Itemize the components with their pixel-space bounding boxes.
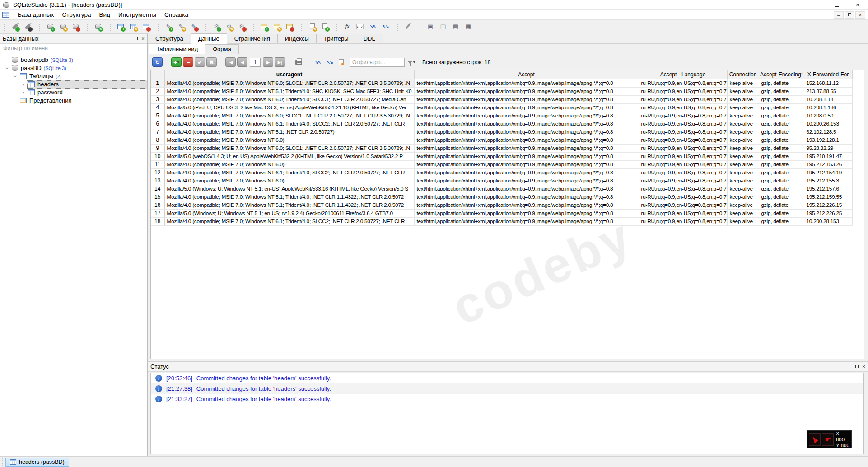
table-row[interactable]: 6Mozilla/4.0 (compatible; MSIE 7.0; Wind… <box>151 120 852 128</box>
new-index-icon[interactable]: ✎+ <box>163 22 174 32</box>
tab-ddl[interactable]: DDL <box>356 34 383 43</box>
cell-enc[interactable]: gzip, deflate <box>759 95 804 103</box>
cell-ua[interactable]: Mozilla/4.0 (compatible; MSIE 7.0; Windo… <box>164 160 414 168</box>
cell-lang[interactable]: ru-RU,ru;q=0.9,en-US;q=0.8,en;q=0.7 <box>639 217 727 225</box>
tab-constraints[interactable]: Ограничения <box>227 34 278 43</box>
edit-index-icon[interactable]: ✎✎ <box>176 22 187 32</box>
cell-enc[interactable]: gzip, deflate <box>759 79 804 87</box>
cell-ua[interactable]: Mozilla/4.0 (compatible; MSIE 7.0; Windo… <box>164 144 414 152</box>
previous-page-button[interactable]: ◀ <box>237 57 247 67</box>
import-data-icon[interactable]: + <box>319 22 330 32</box>
cell-enc[interactable]: gzip, deflate <box>759 185 804 193</box>
previous-window-icon[interactable]: ↘↖ <box>367 22 378 32</box>
menu-item-0[interactable]: База данных <box>14 10 58 20</box>
cell-xff[interactable]: 152.168.11.12 <box>804 79 852 87</box>
column-header-conn[interactable]: Connection <box>727 70 759 79</box>
table-row[interactable]: 1Mozilla/4.0 (compatible; MSIE 7.0; Wind… <box>151 79 852 87</box>
cell-xff[interactable]: 95.28.32.29 <box>804 144 852 152</box>
next-window-icon[interactable]: ↖↘ <box>380 22 391 32</box>
cell-xff[interactable]: 195.212.154.19 <box>804 168 852 177</box>
cell-lang[interactable]: ru-RU,ru;q=0.9,en-US;q=0.8,en;q=0.7 <box>639 103 727 112</box>
cell-ua[interactable]: Mozilla/4.0 (compatible; MSIE 7.0; Windo… <box>164 217 414 225</box>
drop-trigger-icon[interactable]: ⚙− <box>236 22 247 32</box>
cell-ua[interactable]: Mozilla/5.0 (Windows; U; Windows NT 5.1;… <box>164 185 414 193</box>
cell-accept[interactable]: text/html,application/xhtml+xml,applicat… <box>414 144 639 152</box>
float-status-icon[interactable] <box>855 365 859 368</box>
row-number-cell[interactable]: 7 <box>151 128 164 136</box>
menu-item-4[interactable]: Справка <box>160 10 192 20</box>
cell-ua[interactable]: Mozilla/4.0 (compatible; MSIE 7.0; Windo… <box>164 120 414 128</box>
tree-item-tables[interactable]: ›Таблицы(2) <box>0 72 147 80</box>
cell-conn[interactable]: keep-alive <box>727 79 759 87</box>
cell-ua[interactable]: Mozilla/4.0 (compatible; MSIE 7.0; Windo… <box>164 193 414 201</box>
mdi-tab-windows-icon[interactable]: ▣ <box>425 22 436 32</box>
disconnect-database-icon[interactable] <box>22 22 33 32</box>
mdi-minimize-button[interactable]: – <box>834 11 844 19</box>
row-number-cell[interactable]: 18 <box>151 217 164 225</box>
cell-lang[interactable]: ru-RU,ru;q=0.9,en-US;q=0.8,en;q=0.7 <box>639 144 727 152</box>
column-header-ua[interactable]: useragent <box>164 70 414 79</box>
cell-xff[interactable]: 213.87.88.55 <box>804 87 852 95</box>
close-panel-icon[interactable]: × <box>141 36 145 42</box>
new-table-icon[interactable]: + <box>115 22 126 32</box>
cell-ua[interactable]: Mozilla/4.0 (compatible; MSIE 7.0; Windo… <box>164 168 414 177</box>
cell-xff[interactable]: 195.212.157.6 <box>804 185 852 193</box>
page-number[interactable]: 1 <box>250 58 261 67</box>
cell-enc[interactable]: gzip, deflate <box>759 120 804 128</box>
tab-form-view[interactable]: Форма <box>205 44 239 54</box>
table-row[interactable]: 8Mozilla/4.0 (compatible; MSIE 7.0; Wind… <box>151 136 852 144</box>
cell-ua[interactable]: Mozilla/4.0 (compatible; MSIE 8.0; Windo… <box>164 87 414 95</box>
row-number-cell[interactable]: 2 <box>151 87 164 95</box>
column-header-xff[interactable]: X-Forwarded-For <box>804 70 852 79</box>
mdi-restore-button[interactable] <box>845 11 854 19</box>
cell-conn[interactable]: keep-alive <box>727 193 759 201</box>
cell-ua[interactable]: Mozilla/5.0 (Windows; U; Windows NT 5.1;… <box>164 209 414 217</box>
cell-xff[interactable]: 195.212.155.3 <box>804 177 852 185</box>
mdi-close-button[interactable]: × <box>855 11 865 19</box>
cell-accept[interactable]: text/html,application/xhtml+xml,applicat… <box>414 193 639 201</box>
table-row[interactable]: 16Mozilla/4.0 (compatible; MSIE 7.0; Win… <box>151 201 852 209</box>
tab-indexes[interactable]: Индексы <box>277 34 317 43</box>
menu-item-1[interactable]: Структура <box>58 10 95 20</box>
cell-conn[interactable]: keep-alive <box>727 152 759 160</box>
cell-accept[interactable]: text/html,application/xhtml+xml,applicat… <box>414 128 639 136</box>
cell-lang[interactable]: ru-RU,ru;q=0.9,en-US;q=0.8,en;q=0.7 <box>639 185 727 193</box>
cell-xff[interactable]: 62.102.128.5 <box>804 128 852 136</box>
edit-table-icon[interactable]: ✎ <box>128 22 139 32</box>
table-row[interactable]: 4Mozilla/5.0 (iPad; U; CPU OS 3_2 like M… <box>151 103 852 112</box>
table-row[interactable]: 10Mozilla/5.0 (webOS/1.4.3; U; en-US) Ap… <box>151 152 852 160</box>
tree-filter-input[interactable] <box>0 44 147 53</box>
tree-item-views[interactable]: ›Представления <box>0 97 147 105</box>
custom-functions-icon[interactable]: fx <box>342 22 353 32</box>
cell-conn[interactable]: keep-alive <box>727 144 759 152</box>
cell-lang[interactable]: ru-RU,ru;q=0.9,en-US;q=0.8,en;q=0.7 <box>639 95 727 103</box>
chevron-icon[interactable]: › <box>20 81 27 88</box>
cell-lang[interactable]: ru-RU,ru;q=0.9,en-US;q=0.8,en;q=0.7 <box>639 128 727 136</box>
cell-accept[interactable]: text/html,application/xhtml+xml,applicat… <box>414 136 639 144</box>
table-row[interactable]: 12Mozilla/4.0 (compatible; MSIE 7.0; Win… <box>151 168 852 177</box>
cell-accept[interactable]: text/html,application/xhtml+xml,applicat… <box>414 120 639 128</box>
new-view-icon[interactable]: + <box>259 22 270 32</box>
cell-enc[interactable]: gzip, deflate <box>759 177 804 185</box>
column-header-accept[interactable]: Accept <box>414 70 639 79</box>
row-number-cell[interactable]: 12 <box>151 168 164 177</box>
cell-ua[interactable]: Mozilla/4.0 (compatible; MSIE 7.0; Windo… <box>164 79 414 87</box>
cell-accept[interactable]: text/html,application/xhtml+xml,applicat… <box>414 152 639 160</box>
cell-xff[interactable]: 10.208.1.186 <box>804 103 852 112</box>
cell-accept[interactable]: text/html,application/xhtml+xml,applicat… <box>414 177 639 185</box>
row-number-cell[interactable]: 13 <box>151 177 164 185</box>
cell-conn[interactable]: keep-alive <box>727 177 759 185</box>
filter-type-dropdown[interactable]: ▾ <box>406 57 416 67</box>
drop-table-icon[interactable]: − <box>140 22 151 32</box>
cell-conn[interactable]: keep-alive <box>727 160 759 168</box>
close-button[interactable]: × <box>847 0 868 10</box>
table-row[interactable]: 3Mozilla/4.0 (compatible; MSIE 7.0; Wind… <box>151 95 852 103</box>
tab-triggers[interactable]: Триггеры <box>316 34 356 43</box>
commit-changes-button[interactable]: ✔ <box>195 57 205 67</box>
cell-accept[interactable]: text/html,application/xhtml+xml,applicat… <box>414 209 639 217</box>
cell-accept[interactable]: text/html,application/xhtml+xml,applicat… <box>414 79 639 87</box>
row-number-cell[interactable]: 9 <box>151 144 164 152</box>
cell-lang[interactable]: ru-RU,ru;q=0.9,en-US;q=0.8,en;q=0.7 <box>639 87 727 95</box>
fit-columns-width-button[interactable]: ↘↖ <box>313 57 323 67</box>
cell-enc[interactable]: gzip, deflate <box>759 168 804 177</box>
